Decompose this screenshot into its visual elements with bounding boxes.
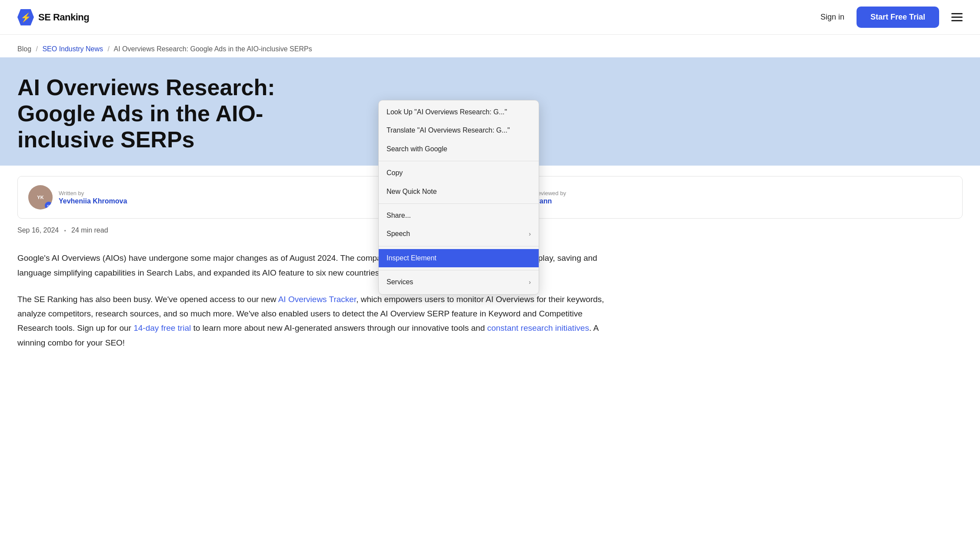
- hamburger-line-3: [951, 20, 963, 21]
- start-trial-button[interactable]: Start Free Trial: [857, 7, 939, 28]
- article-date: Sep 16, 2024: [17, 226, 59, 234]
- context-menu-search-google[interactable]: Search with Google: [379, 140, 539, 158]
- body-paragraph-2: The SE Ranking has also been busy. We've…: [17, 292, 613, 350]
- context-menu-translate[interactable]: Translate "AI Overviews Research: G...": [379, 121, 539, 140]
- context-menu-group-2: Copy New Quick Note: [379, 161, 539, 204]
- services-arrow-icon: ›: [529, 278, 531, 287]
- context-menu: Look Up "AI Overviews Research: G..." Tr…: [378, 100, 539, 295]
- author1-info: Written by Yevheniia Khromova: [59, 190, 127, 205]
- breadcrumb-seo-news[interactable]: SEO Industry News: [42, 45, 103, 53]
- article-title: AI Overviews Research: Google Ads in the…: [17, 75, 357, 153]
- context-menu-services[interactable]: Services ›: [379, 273, 539, 291]
- author1-avatar: YK ✏: [28, 185, 53, 209]
- research-initiatives-link[interactable]: constant research initiatives: [487, 323, 589, 333]
- context-menu-share[interactable]: Share...: [379, 206, 539, 225]
- logo-area: ⚡ SE Ranking: [17, 9, 89, 26]
- article-read-time: 24 min read: [71, 226, 108, 234]
- body-p2-mid2: to learn more about new AI-generated ans…: [191, 323, 487, 333]
- author1-avatar-badge: ✏: [45, 202, 53, 209]
- author1-name[interactable]: Yevheniia Khromova: [59, 197, 127, 205]
- context-menu-group-1: Look Up "AI Overviews Research: G..." Tr…: [379, 100, 539, 161]
- speech-arrow-icon: ›: [529, 230, 531, 239]
- breadcrumb-sep-1: /: [36, 45, 37, 53]
- logo-bolt: ⚡: [20, 13, 31, 22]
- body-p2-prefix: The SE Ranking has also been busy. We've…: [17, 295, 278, 304]
- context-menu-copy[interactable]: Copy: [379, 164, 539, 182]
- context-menu-group-5: Services ›: [379, 270, 539, 294]
- meta-dot: ●: [64, 229, 66, 233]
- navbar-right: Sign in Start Free Trial: [820, 7, 963, 28]
- context-menu-group-3: Share... Speech ›: [379, 204, 539, 246]
- hamburger-line-2: [951, 17, 963, 18]
- free-trial-link[interactable]: 14-day free trial: [133, 323, 191, 333]
- article-title-text: AI Overviews Research: Google Ads in the…: [17, 75, 275, 152]
- logo-text: SE Ranking: [38, 12, 89, 23]
- author2-section: IV ✓ Reviewed by Ivann: [503, 185, 952, 209]
- context-menu-inspect-element[interactable]: Inspect Element: [379, 249, 539, 267]
- breadcrumb-sep-2: /: [107, 45, 109, 53]
- sign-in-button[interactable]: Sign in: [820, 13, 844, 22]
- context-menu-speech[interactable]: Speech ›: [379, 225, 539, 243]
- context-menu-new-quick-note[interactable]: New Quick Note: [379, 183, 539, 201]
- breadcrumb-current: AI Overviews Research: Google Ads in the…: [113, 45, 312, 53]
- hamburger-button[interactable]: [951, 13, 963, 21]
- ai-overviews-tracker-link[interactable]: AI Overviews Tracker: [278, 295, 357, 304]
- logo-icon: ⚡: [17, 9, 34, 26]
- hamburger-line-1: [951, 13, 963, 14]
- breadcrumb: Blog / SEO Industry News / AI Overviews …: [0, 35, 980, 57]
- context-menu-group-4: Inspect Element: [379, 246, 539, 270]
- breadcrumb-blog[interactable]: Blog: [17, 45, 31, 53]
- navbar: ⚡ SE Ranking Sign in Start Free Trial: [0, 0, 980, 35]
- context-menu-lookup[interactable]: Look Up "AI Overviews Research: G...": [379, 103, 539, 121]
- author1-label: Written by: [59, 190, 127, 196]
